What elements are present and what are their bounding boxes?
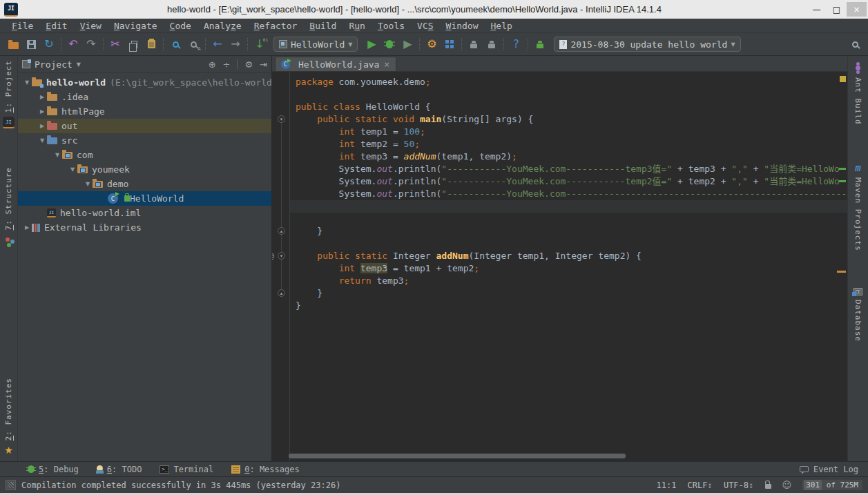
encoding-widget[interactable]: UTF-8↕	[724, 481, 754, 490]
tool-window-button-5-debug[interactable]: 5: Debug	[28, 465, 79, 474]
menu-analyze[interactable]: Analyze	[197, 20, 248, 32]
panel-settings-icon[interactable]: ⚙	[244, 59, 253, 70]
undo-icon[interactable]: ↶	[64, 36, 82, 52]
tree-row-demo[interactable]: ▼demo	[18, 177, 271, 191]
chevron-collapsed-icon[interactable]: ▶	[22, 224, 32, 231]
chevron-collapsed-icon[interactable]: ▶	[37, 123, 47, 129]
unlock-icon[interactable]	[765, 484, 771, 489]
tool-window-button-1-project[interactable]: 1: ProjectJI	[3, 60, 15, 128]
tool-window-button-database[interactable]: Database	[853, 288, 862, 342]
code-editor[interactable]: ▾▴▾@▴ package com.youmeek.demo; public c…	[272, 72, 847, 461]
menu-help[interactable]: Help	[485, 20, 519, 32]
menu-window[interactable]: Window	[440, 20, 485, 32]
redo-icon[interactable]: ↷	[82, 36, 100, 52]
settings-icon[interactable]: ⚙	[423, 36, 441, 52]
module-file-icon: JI	[47, 208, 56, 217]
chevron-collapsed-icon[interactable]: ▶	[37, 108, 47, 115]
tree-row-external-libraries[interactable]: ▶External Libraries	[18, 220, 271, 235]
warning-stripe-mark[interactable]	[840, 76, 846, 82]
find-icon[interactable]	[166, 36, 184, 52]
copy-icon[interactable]	[124, 36, 142, 52]
run-coverage-icon[interactable]: ▶	[398, 36, 416, 52]
menu-run[interactable]: Run	[343, 20, 371, 32]
chevron-expanded-icon[interactable]: ▼	[37, 137, 47, 144]
tool-window-button-7-structure[interactable]: 7: Structure	[4, 167, 14, 245]
tree-row-com[interactable]: ▼com	[18, 148, 271, 162]
vcs-commit-message-combo[interactable]: ?2015-08-30 update hello world▼	[554, 37, 740, 52]
menu-view[interactable]: View	[74, 20, 108, 32]
tool-window-button-2-favorites[interactable]: 2: Favorites★	[4, 378, 13, 456]
tool-window-button-6-todo[interactable]: 6: TODO	[97, 465, 142, 474]
vcs-change-stripe-mark[interactable]	[839, 168, 846, 170]
chevron-expanded-icon[interactable]: ▼	[22, 79, 32, 86]
tree-row-hello-world[interactable]: ▼hello-world(E:\git_work_space\hello-wor…	[18, 75, 271, 90]
tool-window-button-terminal[interactable]: >_Terminal	[160, 465, 213, 474]
close-tab-icon[interactable]: ×	[383, 60, 389, 69]
memory-indicator[interactable]: 301 of 725M	[802, 480, 862, 490]
minimize-button[interactable]: —	[807, 2, 827, 17]
fold-expanded-icon[interactable]: ▾	[278, 115, 285, 123]
locate-icon[interactable]: ⊕	[209, 59, 216, 70]
tool-window-button-0-messages[interactable]: 0: Messages	[231, 465, 299, 474]
help-icon[interactable]: ?	[507, 36, 525, 52]
run-configuration-combo[interactable]: HelloWorld▼	[273, 37, 358, 52]
forward-icon[interactable]: →	[226, 36, 244, 52]
project-structure-icon[interactable]	[441, 36, 459, 52]
line-separator-widget[interactable]: CRLF↕	[687, 481, 712, 490]
chevron-down-icon[interactable]: ▼	[77, 61, 81, 68]
horizontal-scrollbar[interactable]	[289, 454, 626, 458]
open-file-icon[interactable]	[4, 36, 22, 52]
fold-collapsed-icon[interactable]: ▴	[278, 289, 285, 297]
fold-collapsed-icon[interactable]: ▴	[278, 227, 285, 235]
chevron-expanded-icon[interactable]: ▼	[52, 152, 62, 158]
vcs-change-stripe-mark[interactable]	[839, 180, 846, 182]
tree-row-src[interactable]: ▼src	[18, 133, 271, 148]
menu-vcs[interactable]: VCS	[411, 20, 439, 32]
tool-window-button-ant-build[interactable]: Ant Build	[853, 61, 862, 125]
debug-icon[interactable]	[380, 36, 398, 52]
maximize-button[interactable]: □	[827, 2, 847, 17]
cut-icon[interactable]: ✂	[106, 36, 124, 52]
tree-row-htmlpage[interactable]: ▶htmlPage	[18, 104, 271, 119]
menu-tools[interactable]: Tools	[372, 20, 411, 32]
code-area[interactable]: package com.youmeek.demo; public class H…	[290, 72, 847, 461]
save-all-icon[interactable]	[22, 36, 40, 52]
tool-window-button-maven-projects[interactable]: mMaven Projects	[853, 162, 862, 251]
chevron-expanded-icon[interactable]: ▼	[68, 166, 77, 173]
identifier-mark-stripe-mark[interactable]	[837, 271, 846, 273]
avd-manager-icon[interactable]	[483, 36, 501, 52]
collapse-all-icon[interactable]: ÷	[223, 59, 231, 70]
replace-icon[interactable]: A	[184, 36, 202, 52]
menu-edit[interactable]: Edit	[39, 20, 73, 32]
hector-inspector-icon[interactable]: ☺	[782, 480, 792, 490]
tree-row-youmeek[interactable]: ▼youmeek	[18, 162, 271, 177]
tree-row-out[interactable]: ▶out	[18, 119, 271, 133]
android-sdk-icon[interactable]	[465, 36, 483, 52]
tree-row-helloworld[interactable]: CHelloWorld	[18, 191, 271, 206]
project-panel-title[interactable]: Project	[35, 59, 73, 70]
tool-window-switcher-icon[interactable]	[6, 480, 16, 490]
tree-row-hello-world-iml[interactable]: JIhello-world.iml	[18, 206, 271, 220]
menu-refactor[interactable]: Refactor	[248, 20, 304, 32]
chevron-expanded-icon[interactable]: ▼	[83, 181, 93, 187]
menu-code[interactable]: Code	[164, 20, 197, 32]
paste-icon[interactable]	[142, 36, 160, 52]
menu-file[interactable]: File	[6, 20, 39, 32]
tree-row--idea[interactable]: ▶.idea	[18, 90, 271, 104]
caret-position-widget[interactable]: 11:1	[657, 481, 677, 490]
search-everywhere-icon[interactable]	[846, 36, 864, 52]
hide-panel-icon[interactable]: ⇥	[260, 59, 267, 70]
error-stripe[interactable]	[838, 72, 847, 461]
chevron-collapsed-icon[interactable]: ▶	[37, 94, 47, 100]
event-log-button[interactable]: Event Log	[800, 465, 858, 474]
editor-tab-helloworld[interactable]: C HelloWorld.java ×	[275, 57, 396, 71]
menu-build[interactable]: Build	[303, 20, 343, 32]
fold-expanded-icon[interactable]: ▾	[278, 252, 285, 260]
hide-line-numbers-icon[interactable]: ↓01	[251, 36, 269, 52]
menu-navigate[interactable]: Navigate	[108, 20, 164, 32]
run-icon[interactable]: ▶	[363, 36, 380, 52]
android-run-icon[interactable]	[531, 36, 549, 52]
synchronize-icon[interactable]: ↻	[40, 36, 58, 52]
close-button[interactable]: ×	[847, 2, 867, 17]
back-icon[interactable]: ←	[209, 36, 226, 52]
